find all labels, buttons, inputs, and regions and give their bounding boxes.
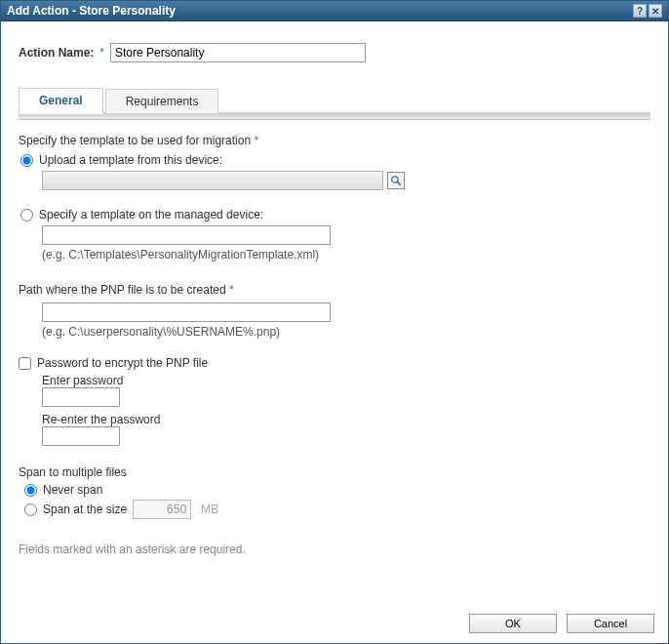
titlebar: Add Action - Store Personality ? ✕ xyxy=(1,1,668,21)
password-check-row: Password to encrypt the PNP file xyxy=(19,356,650,370)
specify-template-label: Specify a template on the managed device… xyxy=(39,208,263,221)
svg-line-1 xyxy=(397,181,401,185)
span-section: Span to multiple files Never span Span a… xyxy=(19,465,650,519)
upload-input-row xyxy=(42,171,650,190)
window-title: Add Action - Store Personality xyxy=(7,4,176,18)
pnp-path-input[interactable] xyxy=(42,302,331,322)
tab-requirements[interactable]: Requirements xyxy=(105,89,219,113)
template-heading: Specify the template to be used for migr… xyxy=(19,134,650,147)
close-icon[interactable]: ✕ xyxy=(649,4,662,18)
specify-input-row xyxy=(42,225,650,245)
specify-radio-row: Specify a template on the managed device… xyxy=(20,208,650,221)
button-bar: OK Cancel xyxy=(1,606,668,643)
help-icon[interactable]: ? xyxy=(633,4,647,18)
span-size-input xyxy=(133,500,191,519)
reenter-password-label: Re-enter the password xyxy=(42,413,650,426)
password-checkbox[interactable] xyxy=(19,357,31,370)
enter-password-input[interactable] xyxy=(42,387,120,407)
specify-template-radio[interactable] xyxy=(20,209,33,221)
pnp-heading: Path where the PNP file is to be created… xyxy=(19,283,650,297)
never-span-label: Never span xyxy=(43,483,102,497)
required-star: * xyxy=(99,46,104,60)
span-size-row: Span at the size MB xyxy=(24,500,650,519)
template-heading-text: Specify the template to be used for migr… xyxy=(19,134,251,147)
dialog-window: Add Action - Store Personality ? ✕ Actio… xyxy=(0,0,669,644)
action-name-input[interactable] xyxy=(110,43,366,62)
footer-note: Fields marked with an asterisk are requi… xyxy=(19,543,650,556)
action-name-row: Action Name: * xyxy=(19,43,650,62)
password-fields: Enter password Re-enter the password xyxy=(42,374,650,446)
upload-template-label: Upload a template from this device: xyxy=(39,153,222,167)
upload-template-input[interactable] xyxy=(42,171,383,190)
action-name-label: Action Name: xyxy=(19,46,94,60)
enter-password-label: Enter password xyxy=(42,374,650,387)
search-icon xyxy=(390,175,402,186)
cancel-button[interactable]: Cancel xyxy=(567,614,654,633)
span-size-unit: MB xyxy=(201,503,218,516)
span-size-radio[interactable] xyxy=(24,503,37,516)
dialog-content: Action Name: * General Requirements Spec… xyxy=(1,21,668,606)
never-span-row: Never span xyxy=(24,483,650,497)
pnp-hint: (e.g. C:\userpersonality\%USERNAME%.pnp) xyxy=(42,325,650,339)
span-size-label: Span at the size xyxy=(43,503,127,516)
ok-button[interactable]: OK xyxy=(469,614,557,633)
reenter-password-input[interactable] xyxy=(42,426,120,446)
specify-template-input[interactable] xyxy=(42,225,331,245)
browse-button[interactable] xyxy=(387,172,405,189)
password-label: Password to encrypt the PNP file xyxy=(37,356,208,370)
pnp-section: Path where the PNP file is to be created… xyxy=(19,283,650,339)
tab-bar: General Requirements xyxy=(19,86,650,114)
span-heading: Span to multiple files xyxy=(19,465,650,479)
upload-template-radio[interactable] xyxy=(20,154,33,167)
tab-general[interactable]: General xyxy=(19,88,103,114)
tab-underline xyxy=(19,114,650,120)
required-star: * xyxy=(254,134,258,147)
svg-point-0 xyxy=(392,177,398,182)
template-section: Specify the template to be used for migr… xyxy=(19,134,650,262)
pnp-input-row xyxy=(42,302,650,322)
never-span-radio[interactable] xyxy=(24,484,37,497)
upload-radio-row: Upload a template from this device: xyxy=(20,153,650,167)
required-star: * xyxy=(229,283,234,297)
pnp-heading-text: Path where the PNP file is to be created xyxy=(19,283,226,297)
specify-hint: (e.g. C:\Templates\PersonalityMigrationT… xyxy=(42,248,650,262)
titlebar-controls: ? ✕ xyxy=(633,4,662,18)
